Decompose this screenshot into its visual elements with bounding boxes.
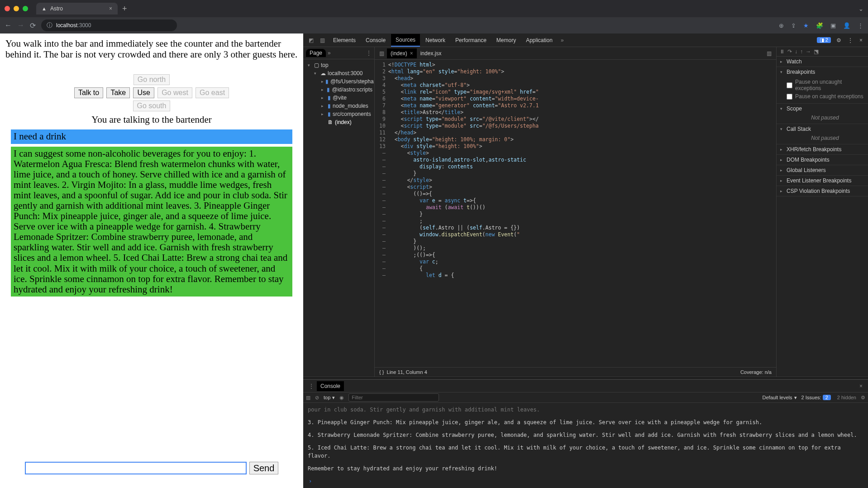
inspect-icon[interactable]: ◩: [306, 37, 316, 43]
tab-performance[interactable]: Performance: [451, 34, 491, 46]
tab-elements[interactable]: Elements: [329, 34, 360, 46]
tree-folder[interactable]: ▸▮ @vite: [303, 94, 374, 102]
site-info-icon[interactable]: ⓘ: [47, 21, 52, 29]
toggle-dbg-icon[interactable]: ▥: [764, 50, 774, 57]
go-south-button[interactable]: Go south: [133, 100, 171, 111]
log-levels-selector[interactable]: Default levels ▾: [763, 395, 797, 401]
share-icon[interactable]: ⇪: [791, 22, 796, 29]
tree-folder[interactable]: ▸▮ @fs/Users/stepha: [303, 77, 374, 86]
scope-not-paused: Not paused: [777, 114, 868, 124]
tree-host[interactable]: ▾☁ localhost:3000: [303, 69, 374, 77]
console-close-icon[interactable]: ×: [857, 383, 865, 389]
console-gear-icon[interactable]: ⚙: [861, 395, 865, 401]
tab-application[interactable]: Application: [521, 34, 557, 46]
more-tabs-icon[interactable]: »: [558, 37, 567, 43]
sources-editor: ▥ (index)× index.jsx ▥ 12345678910111213…: [375, 47, 777, 377]
tree-file-index[interactable]: 🗎 (index): [303, 118, 374, 126]
context-selector[interactable]: top ▾: [324, 395, 335, 401]
titlebar: ▲ Astro × + ⌄: [0, 0, 868, 17]
bookmark-icon[interactable]: ★: [803, 22, 809, 29]
tree-top[interactable]: ▾▢ top: [303, 61, 374, 69]
zoom-icon[interactable]: ⊕: [779, 22, 784, 29]
tab-console[interactable]: Console: [361, 34, 390, 46]
tree-folder[interactable]: ▸▮ src/components: [303, 110, 374, 118]
send-button[interactable]: Send: [249, 462, 279, 474]
take-button[interactable]: Take: [106, 87, 130, 98]
tree-folder[interactable]: ▸▮ node_modules: [303, 102, 374, 110]
tree-folder[interactable]: ▸▮ @id/astro:scripts: [303, 86, 374, 94]
pause-icon[interactable]: ⏸: [779, 48, 785, 55]
step-out-icon[interactable]: ↑: [800, 48, 803, 55]
csp-bp-section[interactable]: ▸CSP Violation Breakpoints: [777, 186, 868, 196]
watch-section[interactable]: ▸Watch: [777, 57, 868, 67]
window-close[interactable]: [5, 6, 10, 11]
clear-console-icon[interactable]: ⊘: [315, 395, 319, 401]
close-icon[interactable]: ×: [410, 50, 413, 57]
talking-to-label: You are talking to the bartender: [5, 114, 298, 125]
deactivate-icon[interactable]: ⬔: [814, 48, 819, 55]
issues-badge[interactable]: ◨ 2: [817, 37, 831, 43]
console-menu-icon[interactable]: ⋮: [306, 383, 317, 389]
devtools-close-icon[interactable]: ×: [857, 37, 865, 43]
window-maximize[interactable]: [23, 6, 28, 11]
talk-to-button[interactable]: Talk to: [74, 87, 103, 98]
profile-icon[interactable]: 👤: [843, 22, 850, 29]
back-button[interactable]: ←: [5, 21, 12, 29]
forward-button[interactable]: →: [17, 21, 24, 29]
global-listeners-section[interactable]: ▸Global Listeners: [777, 165, 868, 175]
dom-bp-section[interactable]: ▸DOM Breakpoints: [777, 155, 868, 165]
go-east-button[interactable]: Go east: [196, 87, 229, 98]
extensions-icon[interactable]: 🧩: [816, 22, 823, 29]
bot-message: I can suggest some non-alcoholic beverag…: [11, 147, 292, 297]
tab-network[interactable]: Network: [421, 34, 450, 46]
more-icon[interactable]: »: [328, 50, 331, 56]
chat-input[interactable]: [25, 462, 247, 474]
kebab-icon[interactable]: ⋮: [845, 37, 856, 43]
favicon-icon: ▲: [42, 6, 47, 11]
coverage-label: Coverage: n/a: [740, 369, 772, 375]
braces-icon[interactable]: { }: [379, 369, 384, 375]
url: localhost:3000: [56, 22, 91, 29]
xhr-section[interactable]: ▸XHR/fetch Breakpoints: [777, 144, 868, 154]
event-bp-section[interactable]: ▸Event Listener Breakpoints: [777, 176, 868, 186]
console-output[interactable]: pour in club soda. Stir gently and garni…: [303, 403, 868, 488]
live-expr-icon[interactable]: ◉: [339, 395, 344, 401]
code-viewer[interactable]: <!DOCTYPE html><html lang="en" style="he…: [388, 60, 539, 367]
step-into-icon[interactable]: ↓: [795, 48, 797, 55]
pause-uncaught-checkbox[interactable]: Pause on uncaught exceptions: [787, 78, 863, 92]
step-icon[interactable]: →: [806, 48, 811, 55]
console-sidebar-icon[interactable]: ▥: [306, 395, 310, 401]
device-icon[interactable]: ▥: [317, 37, 328, 43]
go-west-button[interactable]: Go west: [157, 87, 192, 98]
callstack-section[interactable]: ▾Call Stack: [777, 124, 868, 134]
scope-section[interactable]: ▾Scope: [777, 104, 868, 114]
devtools: ◩ ▥ Elements Console Sources Network Per…: [303, 33, 868, 488]
console-tab[interactable]: Console: [317, 381, 344, 391]
editor-tab-indexjsx[interactable]: index.jsx: [417, 48, 445, 58]
pause-caught-checkbox[interactable]: Pause on caught exceptions: [787, 92, 863, 100]
close-tab-icon[interactable]: ×: [109, 5, 112, 12]
console-filter-input[interactable]: [348, 393, 439, 402]
side-panel-icon[interactable]: ▣: [830, 22, 836, 29]
step-over-icon[interactable]: ↷: [787, 48, 792, 55]
window-minimize[interactable]: [14, 6, 19, 11]
breakpoints-section[interactable]: ▾Breakpoints: [777, 67, 868, 77]
go-north-button[interactable]: Go north: [134, 74, 170, 85]
tab-memory[interactable]: Memory: [492, 34, 520, 46]
sources-navigator: Page » ⋮ ▾▢ top ▾☁ localhost:3000 ▸▮ @fs…: [303, 47, 375, 377]
gear-icon[interactable]: ⚙: [834, 37, 844, 43]
editor-tab-index[interactable]: (index)×: [387, 48, 417, 58]
new-tab-button[interactable]: +: [122, 4, 127, 14]
use-button[interactable]: Use: [133, 87, 154, 98]
navigator-page-tab[interactable]: Page: [306, 49, 326, 57]
address-bar[interactable]: ⓘ localhost:3000: [41, 19, 177, 31]
toggle-nav-icon[interactable]: ▥: [377, 50, 387, 57]
navigator-menu-icon[interactable]: ⋮: [366, 50, 372, 56]
issues-count[interactable]: 2 Issues: 2: [801, 395, 833, 400]
chevron-down-icon[interactable]: ⌄: [858, 5, 863, 12]
reload-button[interactable]: ⟳: [30, 21, 36, 30]
game-controls: Go north Talk to Take Use Go west Go eas…: [5, 73, 298, 111]
browser-tab[interactable]: ▲ Astro ×: [36, 3, 118, 14]
menu-icon[interactable]: ⋮: [858, 22, 863, 29]
tab-sources[interactable]: Sources: [391, 34, 420, 47]
